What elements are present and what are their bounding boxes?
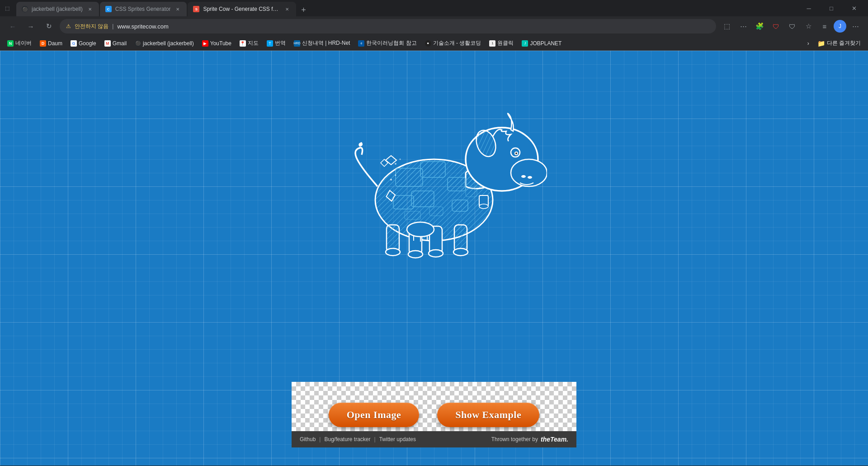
svg-point-8: [528, 176, 532, 179]
bookmark-google[interactable]: G Google: [67, 38, 100, 48]
bookmark-oneclick[interactable]: 1 원클릭: [486, 38, 517, 49]
show-example-button[interactable]: Show Example: [437, 403, 539, 427]
tab-css-sprites[interactable]: C CSS Sprites Generator ✕: [100, 2, 187, 16]
bookmark-jobplanet[interactable]: J JOBPLANET: [518, 38, 565, 48]
bookmark-label-jobplanet: JOBPLANET: [530, 40, 561, 47]
tab-jackerbell[interactable]: ⚫ jackerbell (jackerbell) ✕: [16, 2, 99, 16]
bookmark-label-oneclick: 원클릭: [497, 39, 514, 47]
footer-credit-prefix: Thrown together by: [491, 436, 538, 442]
footer-sep-1: |: [319, 436, 321, 442]
svg-point-28: [429, 250, 443, 257]
toolbar-actions: ⬚ ⋯ 🧩 🛡 🛡 ☆ ≡ J ⋯: [720, 19, 863, 33]
svg-rect-11: [411, 191, 434, 207]
bookmark-folder-label: 다른 즐겨찾기: [827, 39, 861, 47]
tab-title-1: jackerbell (jackerbell): [32, 6, 83, 12]
minimize-button[interactable]: ─: [798, 2, 819, 14]
bookmark-favicon-maps: 📍: [240, 40, 246, 47]
profile-button[interactable]: J: [834, 20, 846, 33]
bookmark-favicon-jobplanet: J: [522, 40, 528, 47]
bookmark-label-gmail: Gmail: [113, 40, 127, 47]
tab-spritecow[interactable]: S Sprite Cow - Generate CSS for s… ✕: [188, 2, 296, 16]
settings-button[interactable]: ⋯: [848, 19, 863, 33]
bookmark-daum[interactable]: D Daum: [36, 38, 66, 48]
footer-sep-2: |: [374, 436, 376, 442]
tab-close-3[interactable]: ✕: [283, 5, 291, 13]
back-button[interactable]: ←: [5, 19, 20, 33]
svg-rect-16: [429, 207, 443, 216]
new-tab-button[interactable]: +: [297, 4, 310, 16]
svg-rect-17: [405, 211, 420, 219]
bookmark-favicon-google: G: [71, 40, 77, 47]
bookmark-favicon-gmail: M: [104, 40, 111, 47]
bookmark-label-tech: 기술소개 - 생활코딩: [433, 39, 481, 47]
svg-point-6: [515, 152, 517, 154]
footer-link-github[interactable]: Github: [300, 436, 316, 442]
address-url: www.spritecow.com: [117, 23, 710, 30]
svg-point-26: [408, 251, 423, 258]
tab-close-2[interactable]: ✕: [174, 5, 181, 13]
bookmark-folder-icon: 📁: [817, 40, 825, 47]
close-button[interactable]: ✕: [844, 2, 864, 14]
bookmark-favicon-oneclick: 1: [489, 40, 495, 47]
main-content: Open Image Show Example Github | Bug/fea…: [0, 51, 868, 466]
svg-rect-18: [466, 189, 477, 197]
svg-point-32: [453, 248, 468, 256]
bookmark-more-button[interactable]: ›: [804, 38, 813, 48]
bookmark-favicon-tech: ●: [425, 40, 431, 47]
bookmark-gmail[interactable]: M Gmail: [101, 38, 130, 48]
bookmark-label-google: Google: [79, 40, 96, 47]
maximize-button[interactable]: □: [821, 2, 842, 14]
svg-point-34: [479, 204, 488, 209]
svg-rect-10: [396, 168, 423, 186]
bookmarks-bar: N 네이버 D Daum G Google M Gmail ⚫ jackerbe…: [0, 36, 868, 51]
tracking-button[interactable]: 🛡: [785, 19, 799, 33]
bookmark-youtube[interactable]: ▶ YouTube: [198, 38, 235, 48]
svg-rect-15: [452, 200, 468, 211]
address-bar-input-wrapper[interactable]: ⚠ 안전하지 않음 | www.spritecow.com: [60, 19, 716, 33]
bookmark-maps[interactable]: 📍 지도: [236, 38, 262, 49]
site-footer: Github | Bug/feature tracker | Twitter u…: [292, 431, 576, 447]
bookmark-jackerbell[interactable]: ⚫ jackerbell (jackerbell): [131, 38, 198, 48]
adblock-button[interactable]: 🛡: [769, 19, 783, 33]
tab-favicon-spritecow: S: [193, 6, 199, 12]
footer-link-twitter[interactable]: Twitter updates: [379, 436, 416, 442]
security-icon: ⚠: [66, 23, 71, 29]
title-bar-actions: ─ □ ✕: [798, 2, 864, 14]
bookmark-naver[interactable]: N 네이버: [4, 38, 35, 49]
bookmark-favicon-hrd: HRD: [294, 40, 300, 47]
bookmark-label-hrd: 신청내역 | HRD-Net: [302, 39, 350, 47]
bookmark-label-elearning: 한국이러닝협회 참고: [366, 39, 416, 47]
bookmark-translate[interactable]: T 번역: [263, 38, 289, 49]
cast-button[interactable]: ⬚: [720, 19, 734, 33]
bookmark-folder[interactable]: 📁 다른 즐겨찾기: [814, 38, 864, 49]
bookmark-tech[interactable]: ● 기술소개 - 생활코딩: [421, 38, 485, 49]
svg-point-3: [511, 159, 547, 186]
title-bar: ⬚ ⚫ jackerbell (jackerbell) ✕ C CSS Spri…: [0, 0, 868, 16]
open-image-button[interactable]: Open Image: [329, 403, 420, 427]
svg-point-24: [395, 175, 396, 176]
address-bar: ← → ↻ ⚠ 안전하지 않음 | www.spritecow.com ⬚ ⋯ …: [0, 16, 868, 36]
tabs-container: ⚫ jackerbell (jackerbell) ✕ C CSS Sprite…: [16, 0, 797, 16]
footer-link-bugtracker[interactable]: Bug/feature tracker: [324, 436, 370, 442]
security-label: 안전하지 않음: [75, 23, 108, 30]
tab-title-2: CSS Sprites Generator: [115, 6, 171, 12]
svg-marker-22: [381, 159, 388, 166]
browser-menu-button[interactable]: ⋯: [736, 19, 750, 33]
footer-links: Github | Bug/feature tracker | Twitter u…: [300, 436, 416, 442]
tab-title-3: Sprite Cow - Generate CSS for s…: [203, 6, 280, 12]
forward-button[interactable]: →: [24, 19, 38, 33]
bookmark-elearning[interactable]: e 한국이러닝협회 참고: [354, 38, 420, 49]
bookmark-favicon-github: ⚫: [135, 40, 141, 47]
svg-point-30: [386, 248, 400, 256]
svg-rect-13: [420, 162, 445, 177]
bookmark-label-naver: 네이버: [15, 39, 32, 47]
bookmark-hrd[interactable]: HRD 신청내역 | HRD-Net: [290, 38, 354, 49]
svg-rect-12: [448, 177, 466, 191]
extensions-button[interactable]: 🧩: [752, 19, 767, 33]
star-button[interactable]: ☆: [801, 19, 816, 33]
svg-point-35: [407, 222, 434, 237]
reload-button[interactable]: ↻: [42, 19, 56, 33]
tab-close-1[interactable]: ✕: [86, 5, 94, 13]
reading-mode-button[interactable]: ≡: [817, 19, 832, 33]
bookmark-favicon-naver: N: [7, 40, 14, 47]
